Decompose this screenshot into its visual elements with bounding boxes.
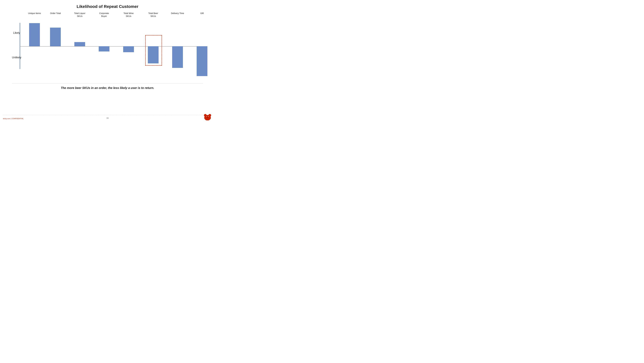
chart-area: Likely Unlikely Unique ItemsOrder TotalT…	[12, 12, 203, 83]
svg-point-10	[208, 116, 209, 117]
y-label-likely: Likely	[13, 31, 20, 34]
bar-delivery-time	[172, 46, 183, 68]
bar-unique-items	[29, 23, 40, 46]
y-label-unlikely: Unlikely	[12, 56, 21, 59]
svg-text:DRIZLY: DRIZLY	[206, 119, 210, 121]
bar-total-liquor	[74, 42, 85, 46]
col-header-total-wine: Total WineSKUs	[122, 12, 136, 17]
col-header-delivery-time: Delivery Time	[171, 12, 184, 15]
bar-gift	[197, 46, 208, 76]
col-header-unique-items: Unique Items	[28, 12, 41, 15]
col-header-total-liquor: Total LiquorSKUs	[73, 12, 86, 17]
bar-corporate-buyer	[99, 46, 110, 51]
col-header-corporate-buyer: CorporateBuyer	[97, 12, 111, 17]
col-header-gift: Gift	[195, 12, 209, 15]
footer-confidential: drizly.com | CONFIDENTIAL	[3, 118, 24, 119]
y-axis-arrow	[20, 22, 20, 70]
total-beer-highlight-box	[145, 35, 162, 66]
svg-point-9	[206, 116, 207, 117]
bar-order-total	[50, 27, 61, 46]
bar-total-wine	[123, 46, 134, 52]
svg-point-11	[207, 117, 208, 118]
slide: Likelihood of Repeat Customer Likely Unl…	[0, 0, 215, 121]
footnote: The more beer SKUs in an order, the less…	[61, 86, 154, 90]
col-header-order-total: Order Total	[48, 12, 62, 15]
drizly-logo: DRIZLY	[202, 112, 214, 121]
slide-title: Likelihood of Repeat Customer	[76, 4, 138, 9]
page-number: 33	[106, 117, 108, 119]
col-header-total-beer: Total BeerSKUs	[146, 12, 160, 17]
